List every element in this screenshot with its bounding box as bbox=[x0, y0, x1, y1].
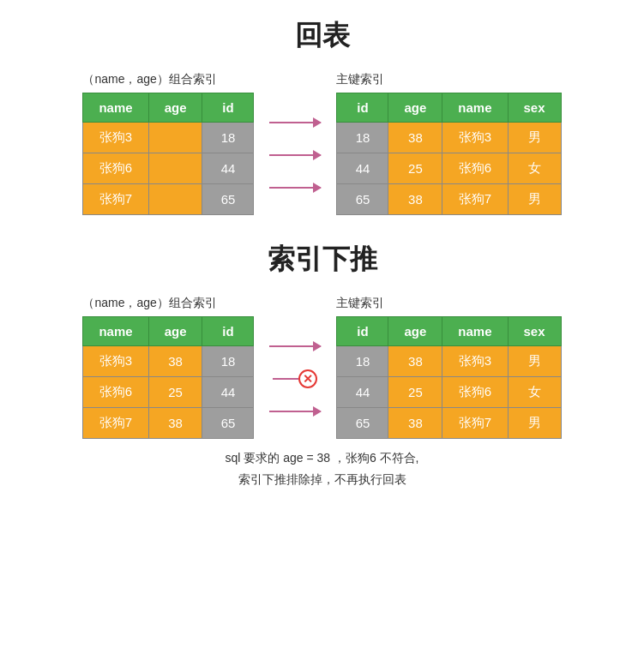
arrow1 bbox=[269, 122, 321, 123]
s2-r-r2c2: 25 bbox=[388, 377, 442, 408]
s2-l-r2c2: 25 bbox=[148, 377, 202, 408]
s2-r-r1c4: 男 bbox=[508, 346, 561, 377]
s2-right-header-sex: sex bbox=[508, 317, 561, 346]
section1-right-label: 主键索引 bbox=[336, 72, 561, 87]
section1-left-label: （name，age）组合索引 bbox=[82, 72, 254, 87]
arrow2 bbox=[269, 154, 321, 156]
note-line1: sql 要求的 age = 38 ，张狗6 不符合, bbox=[17, 447, 627, 469]
s2-l-r1c2: 38 bbox=[148, 346, 202, 377]
s2-right-header-age: age bbox=[388, 317, 442, 346]
section2-left-label: （name，age）组合索引 bbox=[82, 296, 254, 311]
blocked-arrow: ✕ bbox=[273, 369, 317, 388]
note-line2: 索引下推排除掉，不再执行回表 bbox=[17, 469, 627, 490]
s1-r-r2c3: 张狗6 bbox=[442, 153, 508, 184]
s1-l-r1c1: 张狗3 bbox=[83, 123, 148, 153]
section1-right-table: id age name sex 18 38 张狗3 男 44 bbox=[336, 93, 561, 215]
table-row: 张狗7 65 bbox=[83, 184, 254, 215]
s1-r-r1c2: 38 bbox=[388, 123, 442, 153]
s2-r-r3c3: 张狗7 bbox=[442, 408, 508, 439]
table-row: 65 38 张狗7 男 bbox=[337, 184, 561, 215]
s1-r-r3c3: 张狗7 bbox=[442, 184, 508, 215]
s1-left-header-id: id bbox=[202, 93, 254, 123]
s2-r-r3c2: 38 bbox=[388, 408, 442, 439]
note-section2: sql 要求的 age = 38 ，张狗6 不符合, 索引下推排除掉，不再执行回… bbox=[17, 447, 627, 490]
s2-left-header-id: id bbox=[202, 317, 254, 346]
s2-r-r1c1: 18 bbox=[337, 346, 388, 377]
table-row: 44 25 张狗6 女 bbox=[337, 377, 561, 408]
table-row: 张狗6 25 44 bbox=[83, 377, 254, 408]
section1-title: 回表 bbox=[17, 17, 627, 55]
s1-r-r1c4: 男 bbox=[508, 123, 561, 153]
arrows-section1 bbox=[254, 106, 336, 204]
s1-r-r2c4: 女 bbox=[508, 153, 561, 184]
s2-l-r2c3: 44 bbox=[202, 377, 254, 408]
blocked-line bbox=[273, 378, 298, 380]
s2-left-header-age: age bbox=[148, 317, 202, 346]
s2-r-r3c1: 65 bbox=[337, 408, 388, 439]
s1-right-header-name: name bbox=[442, 93, 508, 123]
s1-r-r1c3: 张狗3 bbox=[442, 123, 508, 153]
s1-l-r3c3: 65 bbox=[202, 184, 254, 215]
s1-right-header-age: age bbox=[388, 93, 442, 123]
s1-r-r3c2: 38 bbox=[388, 184, 442, 215]
s1-l-r2c2 bbox=[148, 153, 202, 184]
s2-r-r3c4: 男 bbox=[508, 408, 561, 439]
s2-right-header-name: name bbox=[442, 317, 508, 346]
s1-right-header-id: id bbox=[337, 93, 388, 123]
s2-r-r2c3: 张狗6 bbox=[442, 377, 508, 408]
s1-l-r2c3: 44 bbox=[202, 153, 254, 184]
s1-l-r1c3: 18 bbox=[202, 123, 254, 153]
s1-r-r2c1: 44 bbox=[337, 153, 388, 184]
arrow3 bbox=[269, 187, 321, 189]
s1-l-r3c1: 张狗7 bbox=[83, 184, 148, 215]
s2-l-r3c1: 张狗7 bbox=[83, 408, 148, 439]
s1-right-header-sex: sex bbox=[508, 93, 561, 123]
table-row: 18 38 张狗3 男 bbox=[337, 346, 561, 377]
table-row: 65 38 张狗7 男 bbox=[337, 408, 561, 439]
s1-r-r1c1: 18 bbox=[337, 123, 388, 153]
section2-right-label: 主键索引 bbox=[336, 296, 561, 311]
s2-r-r2c1: 44 bbox=[337, 377, 388, 408]
table-row: 18 38 张狗3 男 bbox=[337, 123, 561, 153]
s1-l-r3c2 bbox=[148, 184, 202, 215]
section2-left-table: name age id 张狗3 38 18 张狗6 25 44 bbox=[82, 316, 254, 439]
s2-l-r1c1: 张狗3 bbox=[83, 346, 148, 377]
s2-left-header-name: name bbox=[83, 317, 148, 346]
section2-title: 索引下推 bbox=[17, 241, 627, 279]
s1-left-header-age: age bbox=[148, 93, 202, 123]
s2-r-r2c4: 女 bbox=[508, 377, 561, 408]
s2-l-r1c3: 18 bbox=[202, 346, 254, 377]
table-row: 44 25 张狗6 女 bbox=[337, 153, 561, 184]
s2-r-r1c2: 38 bbox=[388, 346, 442, 377]
table-row: 张狗3 38 18 bbox=[83, 346, 254, 377]
s1-left-header-name: name bbox=[83, 93, 148, 123]
s1-r-r2c2: 25 bbox=[388, 153, 442, 184]
s2-l-r3c3: 65 bbox=[202, 408, 254, 439]
s2-r-r1c3: 张狗3 bbox=[442, 346, 508, 377]
s2-l-r3c2: 38 bbox=[148, 408, 202, 439]
s1-r-r3c4: 男 bbox=[508, 184, 561, 215]
s2-l-r2c1: 张狗6 bbox=[83, 377, 148, 408]
table-row: 张狗7 38 65 bbox=[83, 408, 254, 439]
s1-r-r3c1: 65 bbox=[337, 184, 388, 215]
s2-right-header-id: id bbox=[337, 317, 388, 346]
s1-l-r2c1: 张狗6 bbox=[83, 153, 148, 184]
arrow-s2-1 bbox=[269, 345, 321, 347]
blocked-circle-icon: ✕ bbox=[298, 369, 317, 388]
table-row: 张狗6 44 bbox=[83, 153, 254, 184]
table-row: 张狗3 18 bbox=[83, 123, 254, 153]
arrows-section2: ✕ bbox=[254, 330, 336, 428]
section1-left-table: name age id 张狗3 18 张狗6 44 bbox=[82, 93, 254, 215]
arrow-s2-3 bbox=[269, 411, 321, 412]
s1-l-r1c2 bbox=[148, 123, 202, 153]
section2-right-table: id age name sex 18 38 张狗3 男 44 bbox=[336, 316, 561, 439]
